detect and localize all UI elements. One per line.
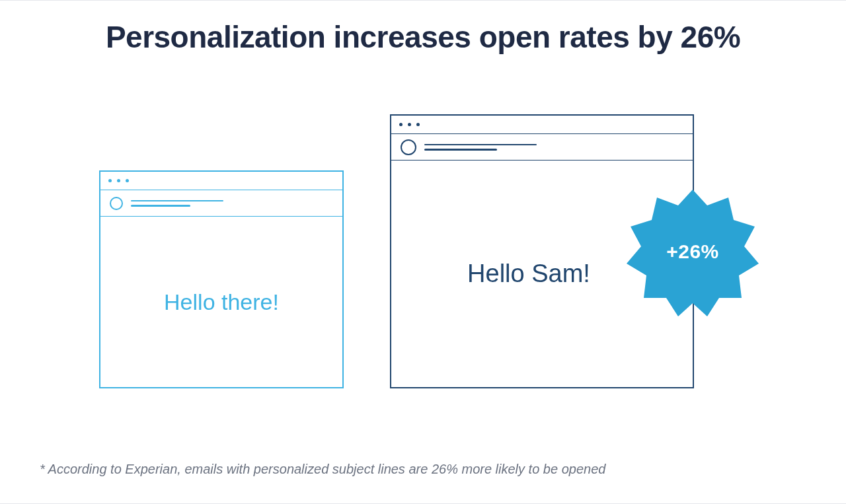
window-body: Hello there! — [100, 217, 342, 387]
generic-greeting-text: Hello there! — [164, 289, 279, 315]
window-dot-icon — [416, 123, 420, 126]
window-dot-icon — [408, 123, 411, 126]
window-titlebar — [100, 172, 342, 190]
infographic-page: Personalization increases open rates by … — [0, 0, 846, 504]
source-footnote: * According to Experian, emails with per… — [40, 462, 605, 477]
window-address-bar — [391, 134, 693, 161]
line-icon — [131, 205, 190, 207]
text-lines-icon — [424, 144, 537, 151]
personalized-email-window: Hello Sam! +26% — [390, 114, 694, 388]
line-icon — [424, 144, 537, 146]
window-address-bar — [100, 190, 342, 217]
personalized-greeting-text: Hello Sam! — [467, 260, 590, 288]
window-dot-icon — [117, 179, 120, 182]
line-icon — [131, 200, 223, 202]
avatar-circle-icon — [401, 139, 416, 155]
uplift-badge: +26% — [627, 186, 759, 318]
generic-email-window: Hello there! — [99, 170, 344, 388]
window-dot-icon — [399, 123, 403, 126]
text-lines-icon — [131, 200, 223, 207]
illustration-stage: Hello there! Hello Sam! — [40, 55, 806, 398]
avatar-circle-icon — [110, 197, 123, 210]
window-dot-icon — [108, 179, 112, 182]
line-icon — [424, 149, 497, 151]
window-dot-icon — [126, 179, 129, 182]
uplift-badge-value: +26% — [666, 240, 719, 263]
page-title: Personalization increases open rates by … — [40, 1, 806, 55]
window-titlebar — [391, 116, 693, 134]
